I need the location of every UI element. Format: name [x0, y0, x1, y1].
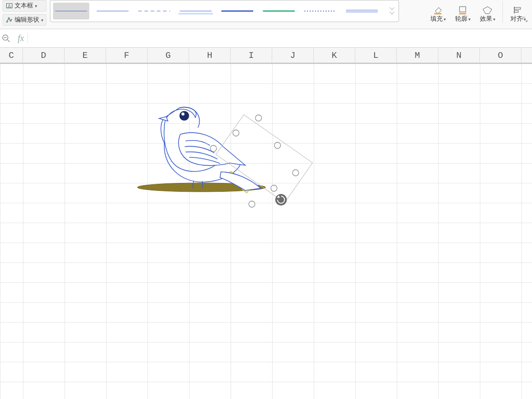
- svg-marker-17: [483, 7, 492, 14]
- textbox-icon: A: [6, 2, 13, 9]
- column-header[interactable]: H: [189, 48, 231, 63]
- fill-label: 填充: [430, 15, 443, 23]
- column-header[interactable]: C: [0, 48, 23, 63]
- column-header[interactable]: D: [23, 48, 65, 63]
- zoom-out-icon[interactable]: [2, 34, 11, 43]
- line-style-swatch[interactable]: [302, 3, 338, 19]
- grid-background: [0, 64, 532, 399]
- line-style-swatch[interactable]: [219, 3, 255, 19]
- svg-point-5: [10, 20, 11, 22]
- fill-button[interactable]: 填充▾: [426, 0, 449, 24]
- line-style-swatch[interactable]: [344, 3, 380, 19]
- column-header[interactable]: I: [231, 48, 272, 63]
- outline-label: 轮廓: [455, 15, 467, 23]
- svg-rect-19: [514, 8, 521, 9]
- chevron-down-icon: ▾: [493, 17, 495, 22]
- svg-line-23: [8, 40, 10, 42]
- edit-shape-label: 编辑形状: [15, 16, 39, 24]
- column-header[interactable]: G: [148, 48, 189, 63]
- align-label: 对齐: [510, 15, 523, 23]
- svg-rect-20: [514, 11, 518, 12]
- line-style-swatch[interactable]: [136, 3, 172, 19]
- column-header[interactable]: M: [397, 48, 438, 63]
- formula-bar: fx: [0, 29, 532, 48]
- column-headers: CDEFGHIJKLMNO: [0, 48, 532, 64]
- edit-shape-icon: [6, 16, 13, 23]
- ribbon-right-group: 填充▾ 轮廓▾ 效果▾ 对齐▾: [426, 0, 529, 24]
- column-header[interactable]: E: [65, 48, 106, 63]
- fill-icon: [432, 5, 444, 15]
- chevron-down-icon: ▾: [468, 17, 471, 22]
- textbox-button[interactable]: A 文本框 ▾: [3, 0, 46, 11]
- chevron-down-icon: ▾: [41, 18, 43, 23]
- svg-point-3: [7, 21, 8, 23]
- column-header[interactable]: O: [480, 48, 521, 63]
- gallery-more-button[interactable]: [388, 8, 396, 15]
- effect-label: 效果: [480, 15, 492, 23]
- formula-input[interactable]: [31, 29, 530, 47]
- edit-shape-button[interactable]: 编辑形状 ▾: [3, 14, 46, 26]
- dialog-launcher-icon[interactable]: [522, 17, 528, 22]
- column-header[interactable]: F: [106, 48, 148, 63]
- separator: [502, 1, 503, 23]
- effect-icon: [482, 5, 493, 15]
- column-header[interactable]: J: [272, 48, 314, 63]
- chevron-down-icon: ▾: [444, 17, 446, 22]
- svg-point-4: [8, 18, 10, 19]
- ribbon-left-group: A 文本框 ▾ 编辑形状 ▾: [3, 0, 46, 26]
- ribbon-toolbar: A 文本框 ▾ 编辑形状 ▾ 填充▾: [0, 0, 532, 29]
- outline-button[interactable]: 轮廓▾: [451, 0, 474, 24]
- svg-rect-16: [460, 7, 466, 12]
- textbox-label: 文本框: [15, 2, 33, 10]
- column-header[interactable]: K: [314, 48, 355, 63]
- column-header[interactable]: N: [438, 48, 480, 63]
- line-style-swatch[interactable]: [178, 3, 214, 19]
- effect-button[interactable]: 效果▾: [476, 0, 499, 24]
- chevron-down-icon: ▾: [35, 4, 37, 8]
- line-style-gallery: [50, 0, 399, 22]
- fx-label[interactable]: fx: [14, 33, 28, 43]
- outline-icon: [457, 5, 468, 15]
- svg-rect-9: [179, 13, 213, 15]
- line-style-swatch[interactable]: [95, 3, 131, 19]
- line-style-swatch[interactable]: [53, 3, 89, 19]
- line-style-swatch[interactable]: [261, 3, 297, 19]
- spreadsheet-grid[interactable]: [0, 64, 532, 399]
- column-header[interactable]: L: [355, 48, 397, 63]
- align-icon: [512, 5, 524, 15]
